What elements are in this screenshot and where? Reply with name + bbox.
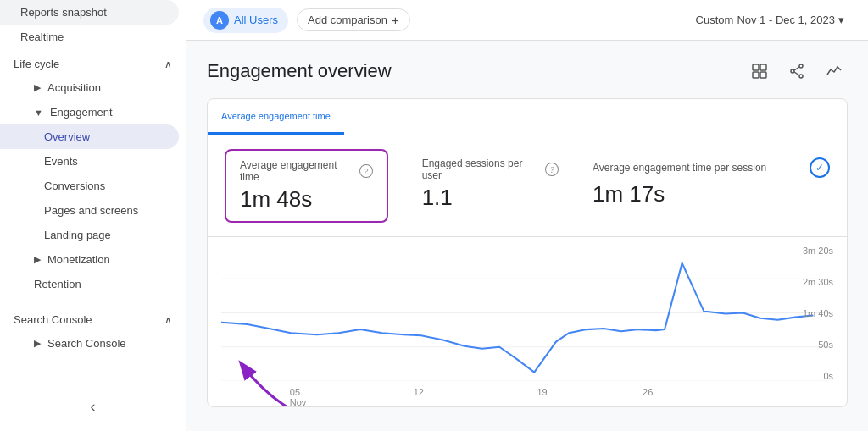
topbar-left: A All Users Add comparison + xyxy=(203,8,410,33)
sidebar-item-acquisition[interactable]: ▶ Acquisition xyxy=(0,75,179,100)
x-label-12: 12 xyxy=(383,387,507,407)
tab-label: Average engagement time xyxy=(221,111,331,121)
svg-rect-3 xyxy=(760,72,766,78)
share-button[interactable] xyxy=(783,58,810,85)
metric-3-label: Average engagement time per session ✓ xyxy=(593,157,830,178)
svg-point-5 xyxy=(791,69,794,73)
metric-2-value: 1.1 xyxy=(422,185,559,211)
svg-line-7 xyxy=(794,67,799,70)
x-label-19: 19 xyxy=(507,387,631,407)
chart-y-labels: 3m 20s 2m 30s 1m 40s 50s 0s xyxy=(803,246,833,381)
svg-point-4 xyxy=(799,64,803,68)
sidebar: Reports snapshot Realtime Life cycle ∧ ▶… xyxy=(0,0,186,431)
svg-rect-1 xyxy=(760,64,766,70)
y-label-1: 2m 30s xyxy=(803,277,833,287)
retention-label: Retention xyxy=(34,278,81,290)
overview-label: Overview xyxy=(44,130,90,143)
search-console-section-header[interactable]: Search Console ∧ xyxy=(0,305,186,331)
engagement-label: Engagement xyxy=(50,106,113,119)
y-label-4: 0s xyxy=(803,371,833,381)
content-area: Engagement overview xyxy=(186,41,868,431)
sidebar-item-pages-screens[interactable]: Pages and screens xyxy=(0,198,179,223)
metric-1-label: Average engagement time ? xyxy=(240,159,373,183)
table-view-button[interactable] xyxy=(746,58,773,85)
share-icon xyxy=(788,63,805,80)
x-label-26: 26 xyxy=(631,387,737,407)
y-label-2: 1m 40s xyxy=(803,308,833,318)
metric-1-value: 1m 48s xyxy=(240,186,373,213)
date-range-text: Nov 1 - Dec 1, 2023 xyxy=(737,14,835,26)
avatar: A xyxy=(210,11,229,30)
x-label-nov5: 05Nov xyxy=(230,387,383,407)
sidebar-item-monetization[interactable]: ▶ Monetization xyxy=(0,247,179,272)
realtime-label: Realtime xyxy=(20,30,64,43)
metric-avg-engagement: Average engagement time ? 1m 48s xyxy=(225,149,388,223)
svg-rect-0 xyxy=(753,64,759,70)
metric-3-value: 1m 17s xyxy=(593,181,830,207)
conversions-label: Conversions xyxy=(44,180,105,192)
lifecycle-section-header[interactable]: Life cycle ∧ xyxy=(0,49,186,75)
custom-label: Custom xyxy=(696,14,734,26)
search-console-label: Search Console xyxy=(47,337,126,350)
metrics-row: Average engagement time ? 1m 48s Engaged… xyxy=(208,135,847,237)
tab-avg-engagement[interactable]: Average engagement time xyxy=(208,99,344,135)
metrics-tab-bar: Average engagement time xyxy=(208,99,847,135)
search-console-expand-icon: ▶ xyxy=(34,338,41,349)
chart-container: 3m 20s 2m 30s 1m 40s 50s 0s xyxy=(208,237,847,406)
monetization-label: Monetization xyxy=(47,253,110,266)
page-title: Engagement overview xyxy=(207,60,392,82)
date-chevron-icon: ▾ xyxy=(838,14,844,26)
reports-snapshot-label: Reports snapshot xyxy=(20,6,107,19)
lifecycle-label: Life cycle xyxy=(14,58,59,70)
search-console-section-label: Search Console xyxy=(14,313,92,326)
page-actions xyxy=(746,58,848,85)
page-header: Engagement overview xyxy=(207,58,848,85)
landing-page-label: Landing page xyxy=(44,229,111,241)
engagement-chart xyxy=(221,246,830,381)
svg-point-6 xyxy=(799,75,803,78)
pages-screens-label: Pages and screens xyxy=(44,204,138,217)
sidebar-item-realtime[interactable]: Realtime xyxy=(0,25,179,49)
add-comparison-label: Add comparison xyxy=(308,14,387,26)
engagement-chevron-icon: ▼ xyxy=(34,108,43,118)
metrics-container: Average engagement time Average engageme… xyxy=(207,98,848,407)
add-comparison-button[interactable]: Add comparison + xyxy=(297,8,410,31)
date-range-selector[interactable]: Custom Nov 1 - Dec 1, 2023 ▾ xyxy=(689,10,851,30)
sidebar-item-engagement[interactable]: ▼ Engagement xyxy=(0,100,179,124)
collapse-icon: ‹ xyxy=(91,398,96,416)
sidebar-item-reports-snapshot[interactable]: Reports snapshot xyxy=(0,0,179,25)
sidebar-item-retention[interactable]: Retention xyxy=(0,272,179,296)
user-chip-label: All Users xyxy=(234,14,278,26)
add-icon: + xyxy=(392,13,399,27)
main-content: A All Users Add comparison + Custom Nov … xyxy=(186,0,868,431)
metric-3-check-icon: ✓ xyxy=(810,157,830,178)
trend-icon xyxy=(826,63,843,80)
sidebar-item-conversions[interactable]: Conversions xyxy=(0,174,179,198)
metric-1-help-icon[interactable]: ? xyxy=(359,164,373,178)
y-label-3: 50s xyxy=(803,340,833,350)
table-icon xyxy=(751,63,768,80)
topbar-right: Custom Nov 1 - Dec 1, 2023 ▾ xyxy=(689,10,851,30)
metric-engaged-sessions: Engaged sessions per user ? 1.1 xyxy=(422,149,559,223)
search-console-chevron-icon: ∧ xyxy=(164,314,172,326)
svg-line-8 xyxy=(794,72,799,75)
events-label: Events xyxy=(44,155,78,168)
lifecycle-chevron: ∧ xyxy=(164,58,172,70)
sidebar-item-landing-page[interactable]: Landing page xyxy=(0,223,179,247)
sidebar-item-events[interactable]: Events xyxy=(0,149,179,174)
user-chip[interactable]: A All Users xyxy=(203,8,288,33)
sidebar-item-search-console[interactable]: ▶ Search Console xyxy=(0,331,179,356)
sidebar-collapse-button[interactable]: ‹ xyxy=(0,390,186,424)
metric-avg-engagement-session: Average engagement time per session ✓ 1m… xyxy=(593,149,830,223)
acquisition-label: Acquisition xyxy=(47,81,101,94)
metric-2-help-icon[interactable]: ? xyxy=(545,163,559,176)
y-label-0: 3m 20s xyxy=(803,246,833,256)
chart-x-labels: 05Nov 12 19 26 xyxy=(221,384,830,407)
monetization-chevron-icon: ▶ xyxy=(34,254,41,265)
acquisition-chevron-icon: ▶ xyxy=(34,82,41,93)
sidebar-item-overview[interactable]: Overview xyxy=(0,124,179,149)
svg-rect-2 xyxy=(753,72,759,78)
trend-button[interactable] xyxy=(821,58,848,85)
metric-2-label: Engaged sessions per user ? xyxy=(422,157,559,181)
topbar: A All Users Add comparison + Custom Nov … xyxy=(186,0,868,41)
